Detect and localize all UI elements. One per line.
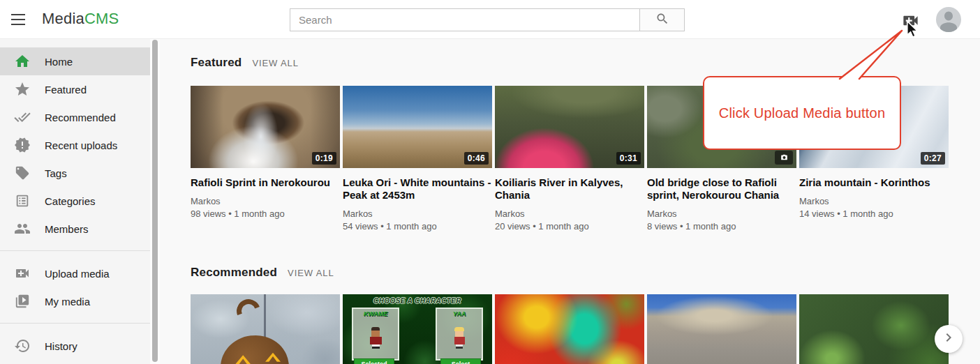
video-author[interactable]: Markos	[191, 196, 340, 206]
search-icon	[655, 12, 669, 29]
upload-media-icon	[901, 11, 920, 33]
sidebar-label: Upload media	[45, 268, 110, 280]
recommended-cards-row: CHOOSE A CHARACTER KWAME YAA Selected Se…	[191, 294, 949, 364]
video-thumbnail[interactable]: CHOOSE A CHARACTER KWAME YAA Selected Se…	[343, 294, 492, 364]
sidebar-item-categories[interactable]: Categories	[0, 187, 150, 215]
camera-icon	[775, 151, 793, 165]
sidebar-item-members[interactable]: Members	[0, 215, 150, 243]
mediacms-home-page: MediaCMS Home Featured	[0, 0, 980, 364]
character-panel: YAA	[436, 308, 483, 361]
duration-badge: 0:19	[312, 152, 336, 165]
home-icon	[14, 53, 31, 70]
sidebar-divider	[0, 323, 150, 324]
sidebar-label: Tags	[45, 167, 67, 179]
featured-section-title: Featured	[191, 56, 242, 70]
video-card[interactable]	[647, 294, 796, 364]
sidebar-label: History	[45, 340, 77, 352]
video-card[interactable]	[495, 294, 644, 364]
video-meta: 98 views • 1 month ago	[191, 208, 340, 219]
sidebar-item-recommended[interactable]: Recommended	[0, 103, 150, 131]
search-input[interactable]	[290, 8, 640, 31]
logo-part-media: Media	[42, 10, 84, 27]
carousel-next-button[interactable]	[935, 325, 963, 353]
app-logo[interactable]: MediaCMS	[42, 10, 119, 28]
logo-part-cms: CMS	[84, 10, 119, 27]
video-meta: 20 views • 1 month ago	[495, 221, 644, 232]
star-icon	[14, 81, 31, 98]
video-author[interactable]: Markos	[495, 208, 644, 219]
select-button-label: Select	[440, 358, 481, 364]
video-title[interactable]: Leuka Ori - White mountains - Peak at 24…	[343, 176, 492, 202]
people-icon	[14, 220, 31, 237]
video-meta: 14 views • 1 month ago	[799, 208, 949, 219]
upload-media-button[interactable]	[900, 13, 920, 31]
recommended-section: Recommended VIEW ALL CHOOSE A CHARACTER …	[191, 266, 949, 364]
sidebar-item-upload-media[interactable]: Upload media	[0, 259, 150, 287]
sidebar: Home Featured Recommended Recent uploads…	[0, 39, 150, 364]
video-author[interactable]: Markos	[799, 196, 949, 206]
video-author[interactable]: Markos	[343, 208, 492, 219]
duration-badge: 0:27	[921, 152, 945, 165]
video-card[interactable]	[799, 294, 949, 364]
thumbnail-game-title: CHOOSE A CHARACTER	[343, 297, 492, 305]
video-meta: 8 views • 1 month ago	[647, 221, 796, 232]
user-avatar[interactable]	[936, 7, 961, 32]
video-thumbnail[interactable]	[799, 294, 949, 364]
scrollbar-thumb[interactable]	[152, 40, 158, 362]
video-card[interactable]: CHOOSE A CHARACTER KWAME YAA Selected Se…	[343, 294, 492, 364]
sidebar-item-recent-uploads[interactable]: Recent uploads	[0, 131, 150, 159]
sidebar-item-my-media[interactable]: My media	[0, 287, 150, 315]
video-card[interactable]: 0:19 Rafioli Sprint in Nerokourou Markos…	[191, 86, 340, 232]
history-icon	[14, 338, 31, 354]
video-call-icon	[14, 265, 31, 282]
duration-badge: 0:46	[464, 152, 489, 165]
selected-button-label: Selected	[354, 358, 394, 364]
sidebar-label: Categories	[45, 195, 96, 207]
video-title[interactable]: Rafioli Sprint in Nerokourou	[191, 176, 340, 189]
chevron-right-icon	[940, 329, 957, 349]
sidebar-label: Home	[45, 56, 73, 68]
recommended-view-all-link[interactable]: VIEW ALL	[288, 268, 334, 278]
top-bar: MediaCMS	[0, 0, 980, 39]
sidebar-item-tags[interactable]: Tags	[0, 159, 150, 187]
duration-badge: 0:31	[616, 152, 641, 165]
video-thumbnail[interactable]: 0:19	[191, 86, 340, 168]
sidebar-divider	[0, 250, 150, 251]
character-panel: KWAME	[352, 308, 399, 361]
character-name: YAA	[437, 310, 482, 317]
annotation-tooltip: Click Upload Media button	[703, 76, 901, 150]
search-bar	[290, 8, 685, 31]
video-author[interactable]: Markos	[647, 208, 796, 219]
video-thumbnail[interactable]: 0:31	[495, 86, 644, 168]
video-thumbnail[interactable]	[191, 294, 340, 364]
sidebar-label: Recent uploads	[45, 139, 117, 151]
tag-icon	[14, 165, 31, 181]
annotation-text: Click Upload Media button	[719, 105, 885, 121]
video-library-icon	[14, 293, 31, 310]
sidebar-item-history[interactable]: History	[0, 332, 150, 360]
video-title[interactable]: Koiliaris River in Kalyves, Chania	[495, 176, 644, 202]
sidebar-label: Featured	[45, 84, 87, 96]
categories-icon	[14, 192, 31, 209]
featured-view-all-link[interactable]: VIEW ALL	[252, 58, 298, 68]
video-title[interactable]: Ziria mountain - Korinthos	[799, 176, 949, 189]
search-button[interactable]	[640, 8, 685, 31]
video-card[interactable]: 0:31 Koiliaris River in Kalyves, Chania …	[495, 86, 644, 232]
sidebar-item-home[interactable]: Home	[0, 47, 150, 75]
sidebar-scrollbar[interactable]	[150, 39, 160, 364]
recommended-section-title: Recommended	[191, 266, 277, 280]
sidebar-label: Members	[45, 223, 89, 235]
sidebar-label: Recommended	[45, 112, 116, 123]
sidebar-item-featured[interactable]: Featured	[0, 75, 150, 103]
video-title[interactable]: Old bridge close to Rafioli sprint, Nero…	[647, 176, 796, 202]
sidebar-label: My media	[45, 296, 90, 308]
character-name: KWAME	[353, 310, 398, 317]
menu-icon[interactable]	[11, 13, 27, 26]
video-thumbnail[interactable]	[495, 294, 644, 364]
done-all-icon	[14, 109, 31, 126]
video-thumbnail[interactable]	[647, 294, 796, 364]
video-thumbnail[interactable]: 0:46	[343, 86, 492, 168]
video-card[interactable]: 0:46 Leuka Ori - White mountains - Peak …	[343, 86, 492, 232]
video-card[interactable]	[191, 294, 340, 364]
person-icon	[936, 22, 961, 32]
